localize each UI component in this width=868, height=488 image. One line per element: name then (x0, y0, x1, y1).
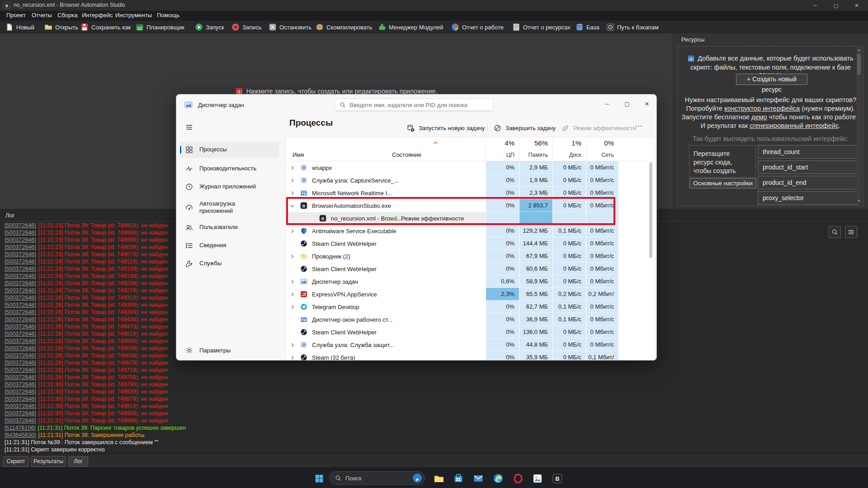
taskbar-app-explorer[interactable] (432, 471, 446, 486)
log-line: [500372646][11:21:28] Поток 39: Товар (i… (5, 367, 168, 374)
resources-scrollbar[interactable]: ▲ ▼ (856, 47, 862, 204)
log-line: [511476106][11:21:31] Поток 39: Парсинг … (5, 425, 186, 432)
menu-item-3[interactable]: Сборка (57, 12, 78, 19)
bottom-tab-2[interactable]: Результаты (31, 456, 66, 467)
process-name: Microsoft Network Realtime I... (312, 190, 392, 197)
cell-disk: 0 МБ/с (552, 237, 586, 250)
steam-icon (300, 328, 307, 336)
process-row[interactable]: Служба узла: CaptureService_... (300, 174, 399, 187)
log-search-button[interactable] (829, 226, 841, 238)
cell-cpu: 0% (486, 237, 519, 250)
toolbar-button-stop[interactable]: Остановить (269, 23, 311, 32)
cell-mem: 136,0 МБ (519, 326, 552, 338)
cell-disk: 0,1 МБ/с (552, 225, 586, 237)
taskbar-app-bas-taskbar[interactable]: B (550, 471, 565, 486)
cell-disk: 0 МБ/с (552, 338, 586, 351)
log-menu-button[interactable] (845, 226, 857, 238)
toolbar-button-modules[interactable]: Менеджер Модулей (378, 23, 443, 32)
promo-link[interactable]: демо (751, 113, 767, 121)
app-minimize-button[interactable]: ─ (805, 0, 826, 11)
process-row[interactable]: Antimalware Service Executable (300, 225, 396, 237)
taskbar-app-edge[interactable] (491, 471, 505, 486)
process-row[interactable]: Диспетчер задач (300, 275, 358, 288)
promo-line: И результат как сгенерированный интерфей… (678, 122, 863, 129)
svg-text:i: i (238, 89, 240, 94)
bottom-tab-3[interactable]: Лог (68, 456, 88, 467)
promo-link[interactable]: конструктор интерфейса (724, 105, 800, 112)
toolbar-button-compile[interactable]: Скомпилировать (316, 23, 372, 32)
log-line: [11:21:31] Поток №39 : Поток завершился … (5, 439, 158, 446)
taskmgr-scrollbar[interactable] (649, 162, 652, 258)
taskbar-search[interactable]: Поиск (329, 471, 425, 485)
toolbar-button-save[interactable]: Сохранить как (80, 23, 131, 32)
create-resource-button[interactable]: + Создать новый ресурс (736, 74, 807, 85)
cell-mem: 62,7 МБ (519, 300, 552, 313)
main-settings-button[interactable]: Основные настройки (689, 178, 756, 188)
process-row[interactable]: Steam Client WebHelper (300, 237, 377, 250)
explorer-icon (434, 473, 444, 484)
save-icon (80, 23, 89, 31)
taskmgr-app-icon (300, 278, 307, 285)
process-name: wsappx (312, 164, 332, 171)
cell-disk: 0 МБ/с (552, 263, 586, 275)
taskbar-app-mail[interactable] (471, 471, 486, 486)
cell-mem: 44,8 МБ (519, 338, 552, 351)
process-row[interactable]: Проводник (2) (300, 250, 350, 263)
new-file-icon (5, 23, 14, 31)
log-line: [500372646][11:21:26] Поток 39: Товар (i… (5, 331, 168, 338)
process-row[interactable]: Steam (32 бита) (300, 351, 355, 360)
resource-report-icon (512, 23, 520, 31)
toolbar-button-scheduler[interactable]: 12Планировщик (136, 23, 184, 32)
scroll-down-icon[interactable]: ▼ (856, 198, 862, 204)
bas-taskbar-icon: B (552, 473, 563, 484)
run-icon (195, 23, 203, 31)
start-button[interactable] (312, 471, 326, 486)
chevron-right-icon (289, 304, 295, 310)
menu-item-6[interactable]: Помощь (157, 12, 179, 19)
chevron-right-icon (289, 279, 295, 285)
window-app-icon (300, 316, 307, 323)
resources-info-line1: iДобавьте все данные, которые будет испо… (678, 55, 863, 62)
log-line: [500372646][11:21:28] Поток 39: Товар (i… (5, 360, 168, 367)
app-maximize-button[interactable]: ▢ (826, 0, 846, 11)
toolbar-button-backup[interactable]: Путь к бэкапам (606, 23, 659, 32)
menu-item-1[interactable]: Проект (6, 12, 26, 19)
scrollbar-thumb[interactable] (857, 54, 861, 75)
folder-icon (300, 253, 307, 260)
toolbar-button-database[interactable]: База (576, 23, 599, 32)
toolbar-button-record[interactable]: Запись (231, 23, 262, 32)
menu-item-2[interactable]: Отчеты (32, 12, 52, 19)
bottom-tab-1[interactable]: Скрипт (3, 456, 28, 467)
toolbar-label: Запись (242, 24, 262, 31)
resource-field-thread_count[interactable]: thread_count (758, 145, 858, 159)
process-row[interactable]: wsappx (300, 161, 332, 174)
work-report-icon (451, 23, 459, 31)
promo-line: Запустите бесплатное демо чтобы понять к… (678, 113, 863, 121)
resource-field-product_id_end[interactable]: product_id_end (758, 176, 858, 189)
resource-field-proxy_selector[interactable]: proxy_selector (758, 191, 858, 205)
taskbar-app-photos[interactable] (530, 471, 545, 486)
process-row[interactable]: ExpressVPN.AppService (300, 288, 377, 300)
process-row[interactable]: Диспетчер окон рабочего ст... (300, 313, 392, 326)
app-close-button[interactable]: ✕ (846, 0, 867, 11)
log-line: [500372646][11:21:28] Поток 39: Товар (i… (5, 374, 168, 381)
toolbar-button-new-file[interactable]: Новый (5, 23, 34, 32)
process-row[interactable]: Telegram Desktop (300, 300, 359, 313)
toolbar-button-work-report[interactable]: Отчет о работе (451, 23, 504, 32)
menu-item-4[interactable]: Интерфейс (82, 12, 113, 19)
toolbar-button-run[interactable]: Запуск (195, 23, 224, 32)
process-row[interactable]: Steam Client WebHelper (300, 263, 377, 275)
process-row[interactable]: Служба узла: Служба защит... (300, 338, 394, 351)
toolbar-button-resource-report[interactable]: Отчет о ресурсах (512, 23, 571, 32)
cell-disk: 0,2 МБ/с (552, 288, 586, 300)
taskbar-app-store[interactable] (451, 471, 466, 486)
process-row[interactable]: Steam Client WebHelper (300, 326, 377, 338)
drop-zone[interactable]: Перетащите ресурс сюда, чтобы создать но… (689, 145, 756, 178)
menu-item-5[interactable]: Инструменты (115, 12, 152, 19)
cell-mem: 1,9 МБ (519, 174, 552, 187)
scroll-up-icon[interactable]: ▲ (856, 47, 862, 53)
promo-link[interactable]: сгенерированный интерфейс (750, 122, 839, 129)
taskbar-app-opera[interactable] (511, 471, 525, 486)
resource-field-product_id_start[interactable]: product_id_start (758, 160, 858, 174)
toolbar-button-open-folder[interactable]: Открыть (44, 23, 78, 32)
